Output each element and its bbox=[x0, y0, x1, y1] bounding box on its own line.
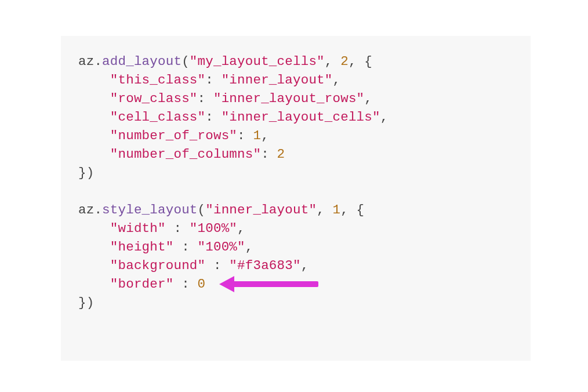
code-token: ( bbox=[198, 202, 206, 217]
code-token bbox=[78, 277, 110, 292]
code-token: "inner_layout_cells" bbox=[222, 110, 380, 125]
code-token: add_layout bbox=[102, 54, 182, 69]
code-token: 1 bbox=[333, 202, 341, 217]
code-token: }) bbox=[78, 165, 94, 180]
code-token: : bbox=[173, 239, 197, 255]
code-token bbox=[78, 147, 110, 162]
code-token: : bbox=[166, 221, 190, 236]
code-content: az.add_layout("my_layout_cells", 2, { "t… bbox=[61, 52, 531, 312]
code-token bbox=[78, 110, 110, 125]
code-token: 2 bbox=[277, 147, 285, 162]
code-token: : bbox=[205, 258, 229, 273]
code-token: , bbox=[261, 128, 269, 143]
code-token: ( bbox=[182, 54, 190, 69]
code-token: : bbox=[237, 128, 253, 143]
code-token bbox=[78, 239, 110, 255]
code-token: "border" bbox=[110, 277, 174, 292]
code-token: "inner_layout" bbox=[222, 72, 333, 88]
arrow-shaft bbox=[231, 281, 318, 287]
code-token: "100%" bbox=[190, 221, 237, 236]
code-token: , bbox=[325, 54, 340, 69]
code-token: "inner_layout_rows" bbox=[213, 91, 364, 106]
code-token: "cell_class" bbox=[110, 110, 205, 125]
code-token bbox=[78, 72, 110, 88]
code-token bbox=[78, 221, 110, 236]
code-token: , bbox=[380, 110, 389, 125]
code-token: "row_class" bbox=[110, 91, 198, 106]
code-token: "width" bbox=[110, 221, 166, 236]
code-token: "inner_layout" bbox=[205, 202, 317, 217]
code-token bbox=[78, 91, 110, 106]
code-token: , bbox=[333, 72, 341, 88]
code-block: az.add_layout("my_layout_cells", 2, { "t… bbox=[61, 36, 531, 361]
code-token: "#f3a683" bbox=[229, 258, 300, 273]
code-token: "this_class" bbox=[110, 72, 205, 88]
code-token: "background" bbox=[110, 258, 205, 273]
code-token: "number_of_rows" bbox=[110, 128, 237, 143]
code-token: , bbox=[301, 258, 309, 273]
code-token: , bbox=[317, 202, 332, 217]
code-token: "height" bbox=[110, 239, 174, 255]
code-token: 0 bbox=[198, 277, 206, 292]
code-token: 2 bbox=[340, 54, 349, 69]
code-token: 1 bbox=[253, 128, 261, 143]
code-token: az bbox=[78, 202, 94, 217]
code-token: , { bbox=[349, 54, 372, 69]
code-token: "number_of_columns" bbox=[110, 147, 261, 162]
code-token: , bbox=[237, 221, 245, 236]
code-token: , { bbox=[340, 202, 364, 217]
code-token: : bbox=[205, 72, 221, 88]
code-token: az bbox=[78, 54, 94, 69]
code-token: : bbox=[173, 277, 197, 292]
code-token: : bbox=[261, 147, 277, 162]
code-token: , bbox=[364, 91, 372, 106]
code-token: "100%" bbox=[198, 239, 245, 255]
code-token: , bbox=[245, 239, 253, 255]
code-token: . bbox=[94, 54, 102, 69]
code-token: style_layout bbox=[102, 202, 197, 217]
code-token: "my_layout_cells" bbox=[190, 54, 325, 69]
code-token: . bbox=[94, 202, 102, 217]
code-token: : bbox=[198, 91, 213, 106]
code-token: : bbox=[205, 110, 221, 125]
code-token bbox=[78, 258, 110, 273]
code-token: }) bbox=[78, 295, 94, 310]
code-token bbox=[78, 128, 110, 143]
